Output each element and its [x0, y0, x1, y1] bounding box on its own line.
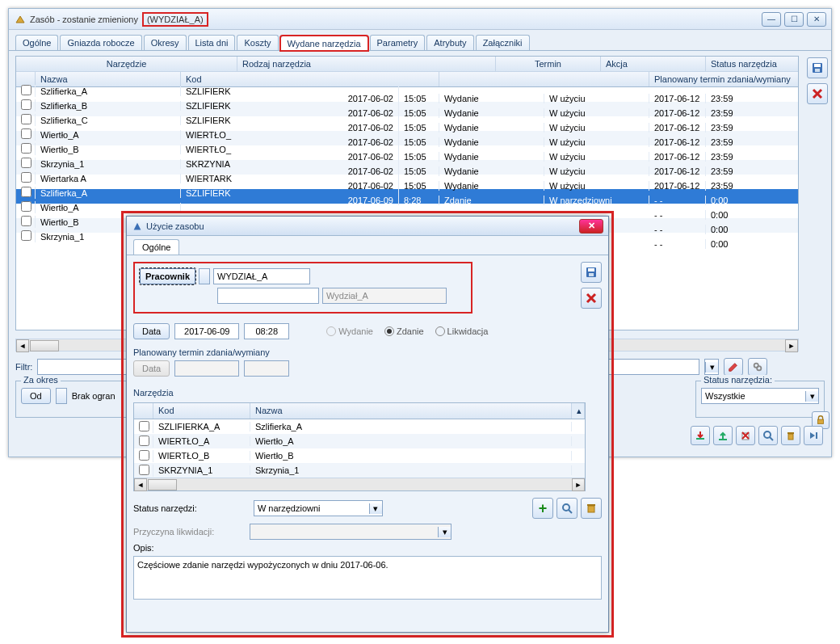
cell-nazwa: Szlifierka_A: [36, 188, 181, 198]
dialog-delete-icon[interactable]: [581, 288, 602, 309]
close-button[interactable]: ✕: [807, 12, 826, 27]
table-row[interactable]: Szlifierka_BSZLIFIERK2017-06-0215:05Wyda…: [16, 102, 798, 116]
minimize-button[interactable]: —: [762, 12, 781, 27]
pracownik-blank-input[interactable]: [217, 288, 319, 304]
pracownik-name-input: [322, 288, 447, 304]
opis-textarea[interactable]: Częściowe zdanie narzędzi wypożyczonych …: [133, 556, 602, 600]
row-checkbox[interactable]: [21, 187, 32, 197]
svg-rect-12: [816, 432, 817, 439]
filter-dropdown[interactable]: ▾: [704, 359, 719, 375]
tools-col-kod[interactable]: Kod: [153, 403, 250, 419]
cell-plan-d: - -: [649, 210, 706, 220]
action-last-icon[interactable]: [804, 426, 823, 445]
tools-col-nazwa[interactable]: Nazwa: [250, 403, 572, 419]
pracownik-highlight: Pracownik: [133, 262, 472, 314]
tools-label: Narzędzia: [133, 388, 602, 398]
cell-status: W użyciu: [544, 181, 649, 191]
col-status[interactable]: Status narzędzia: [706, 57, 799, 71]
col-akcja[interactable]: Akcja: [601, 57, 706, 71]
dialog-save-icon[interactable]: [581, 262, 602, 283]
tools-search-button[interactable]: [556, 498, 578, 519]
data-button[interactable]: Data: [133, 323, 170, 339]
filter-edit-icon[interactable]: [724, 358, 743, 376]
date-spinner[interactable]: [174, 323, 239, 339]
tools-row[interactable]: WIERTŁO_AWiertło_A: [134, 434, 585, 448]
row-checkbox[interactable]: [21, 143, 32, 154]
table-row[interactable]: Wiertarka AWIERTARK2017-06-0215:05Wydani…: [16, 175, 798, 189]
tab-okresy[interactable]: Okresy: [144, 35, 187, 50]
tools-row-checkbox[interactable]: [139, 436, 149, 446]
row-checkbox[interactable]: [21, 114, 32, 124]
status-filter-combo[interactable]: Wszystkie ▾: [701, 388, 819, 404]
hscroll-left[interactable]: ◄: [16, 339, 29, 352]
radio-zdanie[interactable]: Zdanie: [384, 326, 424, 336]
tools-row[interactable]: SKRZYNIA_1Skrzynia_1: [134, 463, 585, 478]
time-spinner[interactable]: [244, 323, 289, 339]
action-search-icon[interactable]: [758, 426, 778, 445]
tools-hscroll-thumb[interactable]: [148, 479, 177, 490]
row-checkbox[interactable]: [21, 85, 32, 95]
tools-vscroll-up[interactable]: ▴: [572, 403, 585, 419]
tab-zalaczniki[interactable]: Załączniki: [476, 35, 530, 50]
tools-row[interactable]: WIERTŁO_BWiertło_B: [134, 448, 585, 463]
pracownik-dd[interactable]: [199, 268, 210, 284]
table-row[interactable]: Szlifierka_ASZLIFIERK2017-06-0215:05Wyda…: [16, 87, 798, 102]
svg-rect-11: [788, 432, 794, 434]
row-checkbox[interactable]: [21, 99, 32, 110]
row-checkbox[interactable]: [21, 128, 32, 139]
col-rodzaj[interactable]: Rodzaj narzędzia: [237, 57, 496, 71]
tools-hscroll-left[interactable]: ◄: [134, 478, 147, 491]
tab-ogolne[interactable]: Ogólne: [15, 35, 58, 50]
action-trash-icon[interactable]: [781, 426, 800, 445]
delete-icon[interactable]: [807, 83, 828, 104]
cell-plan-t: 23:59: [706, 152, 799, 162]
pracownik-button[interactable]: Pracownik: [140, 268, 195, 284]
action-export-icon[interactable]: [713, 426, 733, 445]
tools-hscroll-right[interactable]: ►: [572, 478, 585, 491]
row-checkbox[interactable]: [21, 230, 32, 241]
row-checkbox[interactable]: [21, 158, 32, 168]
action-remove-icon[interactable]: [736, 426, 755, 445]
action-import-icon[interactable]: [691, 426, 710, 445]
tools-row[interactable]: SZLIFIERKA_ASzlifierka_A: [134, 419, 585, 434]
tab-gniazda[interactable]: Gniazda robocze: [60, 35, 141, 50]
filter-settings-icon[interactable]: [748, 358, 767, 376]
col-nazwa[interactable]: Nazwa: [36, 72, 181, 86]
save-icon[interactable]: [807, 57, 828, 78]
period-od-button[interactable]: Od: [21, 388, 51, 404]
pracownik-code-input[interactable]: [213, 268, 310, 284]
cell-time: 8:28: [399, 196, 439, 205]
table-row[interactable]: Skrzynia_1SKRZYNIA2017-06-0215:05Wydanie…: [16, 160, 798, 175]
status-filter-value: Wszystkie: [702, 391, 805, 401]
col-kod[interactable]: Kod: [181, 72, 439, 86]
dialog-close-button[interactable]: ✕: [579, 219, 603, 234]
tab-koszty[interactable]: Koszty: [237, 35, 278, 50]
row-checkbox[interactable]: [21, 172, 32, 183]
tools-row-checkbox[interactable]: [139, 465, 149, 475]
tab-lista-dni[interactable]: Lista dni: [188, 35, 236, 50]
period-dd[interactable]: [56, 388, 67, 404]
col-plan[interactable]: Planowany termin zdania/wymiany: [649, 72, 799, 86]
dlg-status-combo[interactable]: W narzędziowni ▾: [254, 500, 383, 516]
table-row[interactable]: Szlifierka_CSZLIFIERK2017-06-0215:05Wyda…: [16, 116, 798, 131]
tab-atrybuty[interactable]: Atrybuty: [426, 35, 473, 50]
hscroll-thumb[interactable]: [30, 340, 59, 351]
dialog-tab-ogolne[interactable]: Ogólne: [133, 239, 179, 255]
row-checkbox[interactable]: [21, 216, 32, 226]
hscroll-right[interactable]: ►: [785, 339, 798, 352]
col-termin[interactable]: Termin: [496, 57, 601, 71]
tab-parametry[interactable]: Parametry: [370, 35, 426, 50]
cell-plan-t: 23:59: [706, 94, 799, 103]
table-row[interactable]: Wiertło_BWIERTŁO_2017-06-0215:05WydanieW…: [16, 145, 798, 160]
tab-wydane-narzedzia[interactable]: Wydane narzędzia: [280, 36, 368, 51]
tools-row-checkbox[interactable]: [139, 450, 149, 461]
maximize-button[interactable]: ☐: [784, 12, 804, 27]
table-row[interactable]: Wiertło_AWIERTŁO_2017-06-0215:05WydanieW…: [16, 131, 798, 145]
tools-trash-button[interactable]: [581, 498, 602, 519]
table-row[interactable]: Szlifierka_ASZLIFIERK2017-06-098:28Zdani…: [16, 189, 798, 204]
row-checkbox[interactable]: [21, 201, 32, 212]
tools-row-checkbox[interactable]: [139, 421, 149, 431]
tools-add-button[interactable]: +: [532, 498, 553, 519]
dlg-status-value: W narzędziowni: [254, 503, 369, 513]
radio-likwidacja[interactable]: Likwidacja: [435, 326, 489, 336]
